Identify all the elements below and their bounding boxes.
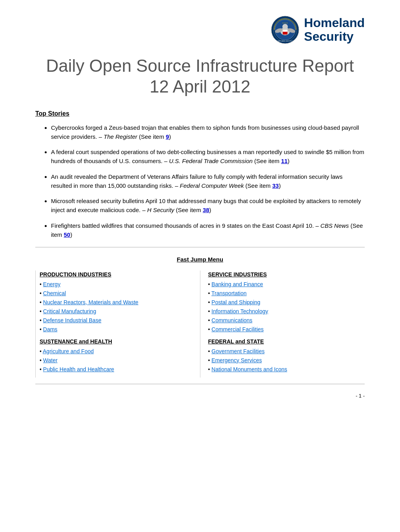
top-stories-heading: Top Stories — [35, 109, 365, 118]
report-title-line2: 12 April 2012 — [150, 77, 251, 96]
sustenance-health-list: Agriculture and Food Water Public Health… — [40, 347, 192, 374]
production-industries-heading: PRODUCTION INDUSTRIES — [40, 271, 192, 279]
list-item: Agriculture and Food — [40, 347, 192, 356]
chemical-link[interactable]: Chemical — [43, 290, 66, 296]
story-item: Cybercrooks forged a Zeus-based trojan t… — [51, 123, 365, 142]
production-industries-list: Energy Chemical Nuclear Reactors, Materi… — [40, 280, 192, 334]
list-item: Banking and Finance — [208, 280, 357, 289]
fast-jump-section: Fast Jump Menu PRODUCTION INDUSTRIES Ene… — [35, 255, 365, 378]
header: ★ ★ ★ HOMELAND SECURITY Homeland Securit… — [35, 16, 365, 48]
top-divider — [35, 247, 365, 247]
story-item-link[interactable]: 33 — [272, 182, 279, 189]
water-link[interactable]: Water — [43, 357, 58, 363]
it-link[interactable]: Information Technology — [211, 308, 268, 314]
list-item: Transportation — [208, 289, 357, 298]
federal-state-heading: FEDERAL and STATE — [208, 338, 357, 346]
svg-rect-8 — [283, 30, 287, 32]
public-health-link[interactable]: Public Health and Healthcare — [43, 366, 114, 372]
jump-col-right: SERVICE INDUSTRIES Banking and Finance T… — [200, 271, 365, 378]
monuments-link[interactable]: National Monuments and Icons — [211, 366, 287, 372]
banking-link[interactable]: Banking and Finance — [211, 281, 263, 287]
list-item: Postal and Shipping — [208, 298, 357, 307]
service-industries-heading: SERVICE INDUSTRIES — [208, 271, 357, 279]
sustenance-health-heading: SUSTENANCE and HEALTH — [40, 338, 192, 346]
comms-link[interactable]: Communications — [211, 317, 252, 323]
list-item: Commercial Facilities — [208, 325, 357, 334]
ag-food-link[interactable]: Agriculture and Food — [43, 348, 94, 354]
logo-area: ★ ★ ★ HOMELAND SECURITY Homeland Securit… — [271, 16, 365, 44]
list-item: Chemical — [40, 289, 192, 298]
dhs-seal-icon: ★ ★ ★ HOMELAND SECURITY — [271, 16, 299, 44]
defense-link[interactable]: Defense Industrial Base — [43, 317, 102, 323]
list-item: Critical Manufacturing — [40, 307, 192, 316]
list-item: Government Facilities — [208, 347, 357, 356]
list-item: Dams — [40, 325, 192, 334]
dams-link[interactable]: Dams — [43, 326, 58, 332]
nuclear-link[interactable]: Nuclear Reactors, Materials and Waste — [43, 299, 138, 305]
story-item-link[interactable]: 38 — [203, 207, 209, 213]
list-item: Energy — [40, 280, 192, 289]
page-footer: - 1 - — [35, 392, 365, 400]
postal-link[interactable]: Postal and Shipping — [211, 299, 260, 305]
svg-text:★ ★ ★: ★ ★ ★ — [282, 22, 288, 24]
critical-mfg-link[interactable]: Critical Manufacturing — [43, 308, 96, 314]
story-item-link[interactable]: 11 — [281, 158, 288, 164]
list-item: Water — [40, 356, 192, 365]
service-industries-list: Banking and Finance Transportation Posta… — [208, 280, 357, 334]
svg-point-4 — [282, 24, 288, 29]
list-item: Emergency Services — [208, 356, 357, 365]
federal-state-list: Government Facilities Emergency Services… — [208, 347, 357, 374]
list-item: Defense Industrial Base — [40, 316, 192, 325]
story-item: An audit revealed the Department of Vete… — [51, 172, 365, 191]
top-stories-list: Cybercrooks forged a Zeus-based trojan t… — [35, 123, 365, 240]
gov-facilities-link[interactable]: Government Facilities — [211, 348, 264, 354]
svg-text:HOMELAND SECURITY: HOMELAND SECURITY — [276, 40, 295, 42]
list-item: Information Technology — [208, 307, 357, 316]
story-item: A federal court suspended operations of … — [51, 147, 365, 166]
story-item-link[interactable]: 9 — [166, 133, 169, 140]
list-item: Nuclear Reactors, Materials and Waste — [40, 298, 192, 307]
brand-name: Homeland Security — [304, 16, 365, 44]
report-title: Daily Open Source Infrastructure Report … — [35, 56, 365, 97]
fast-jump-heading: Fast Jump Menu — [35, 255, 365, 264]
story-item: Firefighters battled wildfires that cons… — [51, 221, 365, 240]
page-number: - 1 - — [356, 393, 365, 399]
report-title-line1: Daily Open Source Infrastructure Report — [46, 56, 354, 75]
list-item: Communications — [208, 316, 357, 325]
jump-col-left: PRODUCTION INDUSTRIES Energy Chemical Nu… — [36, 271, 200, 378]
jump-menu-grid: PRODUCTION INDUSTRIES Energy Chemical Nu… — [35, 271, 365, 378]
energy-link[interactable]: Energy — [43, 281, 60, 287]
emergency-link[interactable]: Emergency Services — [211, 357, 262, 363]
list-item: Public Health and Healthcare — [40, 365, 192, 374]
commercial-link[interactable]: Commercial Facilities — [211, 326, 264, 332]
transportation-link[interactable]: Transportation — [211, 290, 247, 296]
bottom-divider — [35, 384, 365, 384]
top-stories-section: Top Stories Cybercrooks forged a Zeus-ba… — [35, 109, 365, 240]
list-item: National Monuments and Icons — [208, 365, 357, 374]
page-container: ★ ★ ★ HOMELAND SECURITY Homeland Securit… — [12, 0, 388, 423]
story-item-link[interactable]: 50 — [64, 231, 71, 238]
story-item: Microsoft released security bulletins Ap… — [51, 196, 365, 215]
